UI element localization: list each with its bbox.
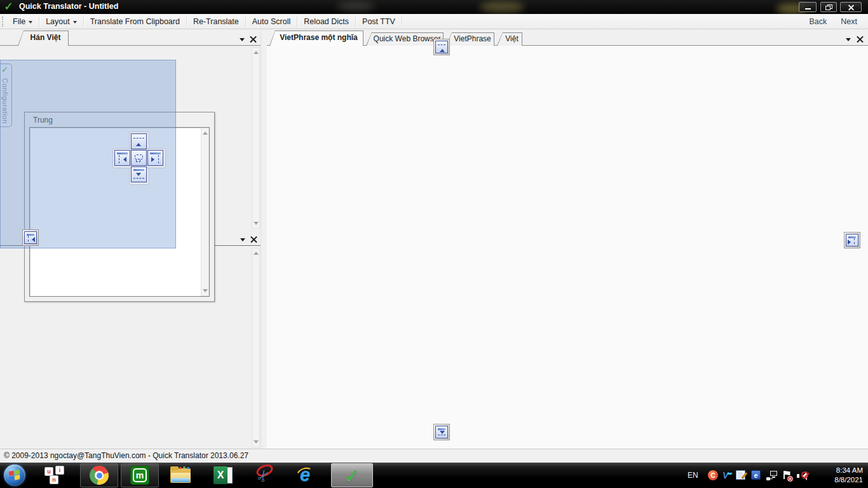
scroll-down-arrow[interactable]: [201, 287, 208, 295]
excel-icon: X: [214, 466, 233, 485]
clock-date: 8/8/2021: [818, 475, 863, 485]
left-panel-close-button[interactable]: [248, 35, 258, 44]
main-area: Hán Việt ✓ Configuration Trung: [0, 29, 868, 449]
dock-right-button[interactable]: [147, 150, 163, 166]
left-bottom-panel-menu-button[interactable]: [238, 235, 247, 244]
m-app-icon: m: [130, 466, 149, 485]
taskbar-clock[interactable]: 8:34 AM 8/8/2021: [818, 466, 863, 485]
dock-edge-top-guide[interactable]: [433, 39, 450, 55]
volume-muted-icon[interactable]: [797, 470, 808, 481]
menu-post-ttv[interactable]: Post TTV: [356, 14, 402, 29]
dock-left-button[interactable]: [114, 150, 130, 166]
close-icon: [250, 36, 257, 43]
scroll-down-arrow[interactable]: [252, 438, 259, 447]
wallpaper-glow: [480, 1, 524, 13]
minimize-button[interactable]: [799, 2, 817, 12]
right-panel-menu-button[interactable]: [843, 35, 853, 44]
left-panel-menu-button[interactable]: [237, 35, 247, 44]
dock-down-icon: [133, 168, 145, 180]
dock-up-button[interactable]: [131, 133, 147, 149]
dock-left-icon: [24, 231, 37, 244]
menu-layout[interactable]: Layout: [39, 14, 83, 29]
scroll-up-arrow[interactable]: [252, 48, 259, 56]
menu-auto-scroll[interactable]: Auto Scroll: [246, 14, 297, 29]
dock-down-icon: [435, 426, 448, 438]
language-indicator[interactable]: EN: [688, 463, 698, 488]
dock-center-button[interactable]: [131, 150, 147, 166]
menu-reload-dicts[interactable]: Reload Dicts: [297, 14, 355, 29]
chevron-down-icon: [29, 21, 32, 25]
e-app-tray-icon[interactable]: e: [751, 470, 762, 481]
dock-left-icon: [116, 152, 128, 164]
back-button[interactable]: Back: [804, 14, 833, 29]
action-center-flag-icon[interactable]: [782, 470, 792, 481]
internet-explorer-icon: e: [295, 465, 316, 485]
splitter[interactable]: [261, 29, 261, 449]
tab-quick-web-browser[interactable]: Quick Web Browser: [366, 32, 444, 46]
close-icon: [857, 36, 864, 43]
chrome-icon: [90, 466, 109, 485]
chevron-down-icon: [846, 38, 851, 44]
left-bottom-panel-close-button[interactable]: [249, 235, 259, 244]
tab-viet[interactable]: Việt: [497, 32, 522, 46]
chevron-down-icon: [240, 238, 245, 244]
tab-han-viet[interactable]: Hán Việt: [18, 30, 69, 46]
close-button[interactable]: [840, 2, 862, 12]
notes-tray-icon[interactable]: [736, 470, 747, 481]
left-bottom-scrollbar[interactable]: [252, 248, 260, 447]
dock-right-icon: [149, 152, 161, 164]
scroll-up-arrow[interactable]: [201, 128, 208, 137]
taskbar-m-app-button[interactable]: m: [121, 463, 159, 487]
status-text: © 2009-2013 ngoctay@TangThuVien.com - Qu…: [4, 449, 248, 463]
taskbar-snipping-tool-button[interactable]: ✂: [252, 463, 278, 487]
taskbar-explorer-button[interactable]: [168, 463, 194, 487]
snipping-tool-icon: ✂: [254, 464, 276, 486]
left-top-scrollbar[interactable]: [252, 47, 260, 229]
menu-translate-from-clipboard[interactable]: Translate From Clipboard: [84, 14, 186, 29]
dock-up-icon: [435, 41, 448, 53]
scroll-up-arrow[interactable]: [252, 248, 259, 257]
dock-edge-bottom-guide[interactable]: [433, 424, 450, 440]
taskbar-chrome-button[interactable]: [80, 463, 118, 487]
vietkey-tray-icon[interactable]: V: [722, 470, 733, 481]
taskbar-unikey-button[interactable]: u i n: [43, 463, 67, 487]
dock-guide-cross: [112, 132, 166, 185]
menu-separator: [402, 17, 402, 27]
menu-items: File Layout Translate From Clipboard Re-…: [6, 14, 402, 29]
trung-scrollbar[interactable]: [201, 128, 209, 296]
status-bar: © 2009-2013 ngoctay@TangThuVien.com - Qu…: [0, 449, 868, 463]
taskbar-excel-button[interactable]: X: [210, 463, 236, 487]
unikey-icon: u i n: [44, 466, 66, 485]
next-button[interactable]: Next: [835, 14, 863, 29]
toolbar-grip[interactable]: [2, 17, 3, 27]
menu-file[interactable]: File: [6, 14, 39, 29]
wallpaper-glow: [337, 1, 375, 11]
ccleaner-tray-icon[interactable]: C: [708, 470, 719, 481]
screen: ✓ Quick Translator - Untitled File Layou…: [0, 0, 868, 488]
chevron-down-icon: [73, 21, 77, 25]
taskbar-quick-translator-button[interactable]: ✓: [331, 463, 373, 487]
dock-right-icon: [846, 234, 858, 247]
dock-down-button[interactable]: [131, 166, 147, 182]
network-tray-icon[interactable]: [766, 470, 777, 481]
taskbar: u i n m X ✂: [0, 463, 868, 488]
taskbar-internet-explorer-button[interactable]: e: [293, 463, 318, 487]
minimize-icon: [805, 8, 811, 10]
clock-time: 8:34 AM: [818, 466, 863, 475]
tab-vietphrase-mot-nghia[interactable]: VietPhrase một nghĩa: [269, 30, 363, 46]
scroll-down-arrow[interactable]: [252, 220, 259, 228]
right-panel-content[interactable]: [267, 46, 868, 449]
menu-right: Back Next: [804, 14, 864, 29]
restore-button[interactable]: [820, 2, 837, 12]
right-panel-close-button[interactable]: [855, 35, 865, 44]
tab-vietphrase[interactable]: VietPhrase: [446, 32, 494, 46]
start-button[interactable]: [3, 463, 26, 487]
dock-edge-right-guide[interactable]: [844, 232, 860, 248]
close-icon: [250, 236, 257, 243]
quick-translator-icon: ✓: [344, 464, 360, 487]
menu-re-translate[interactable]: Re-Translate: [187, 14, 245, 29]
windows-start-icon: [4, 464, 25, 486]
title-bar: ✓ Quick Translator - Untitled: [0, 0, 868, 14]
dock-edge-left-guide[interactable]: [22, 229, 39, 246]
explorer-folder-icon: [170, 466, 192, 484]
